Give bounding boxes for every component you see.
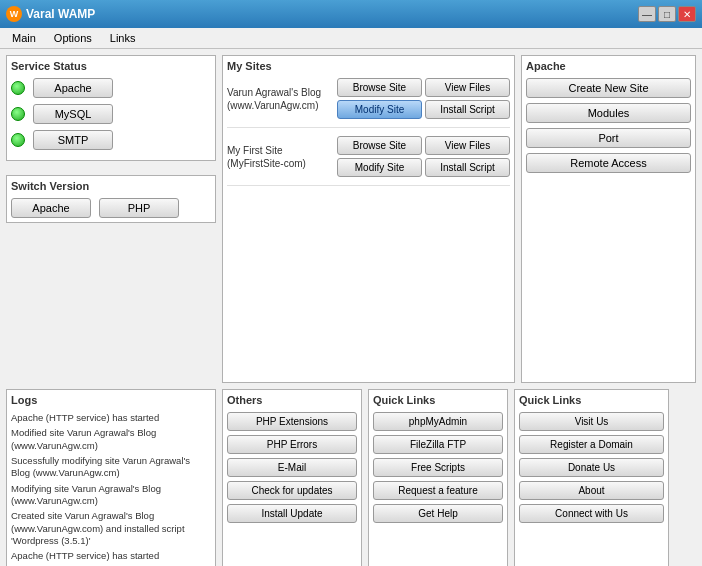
others-title: Others bbox=[227, 394, 357, 406]
mysql-status-dot bbox=[11, 107, 25, 121]
register-domain-button[interactable]: Register a Domain bbox=[519, 435, 664, 454]
service-row-smtp: SMTP bbox=[11, 130, 211, 150]
bottom-section: Logs Apache (HTTP service) has startedMo… bbox=[0, 389, 702, 566]
logs-title: Logs bbox=[11, 394, 211, 406]
others-panel: Others PHP Extensions PHP Errors E-Mail … bbox=[222, 389, 362, 566]
close-button[interactable]: ✕ bbox=[678, 6, 696, 22]
connect-with-us-button[interactable]: Connect with Us bbox=[519, 504, 664, 523]
quick-links-2-title: Quick Links bbox=[519, 394, 664, 406]
switch-row: Apache PHP bbox=[11, 198, 211, 218]
apache-status-dot bbox=[11, 81, 25, 95]
mysql-button[interactable]: MySQL bbox=[33, 104, 113, 124]
service-status-title: Service Status bbox=[11, 60, 211, 72]
title-bar: W Varal WAMP — □ ✕ bbox=[0, 0, 702, 28]
smtp-status-dot bbox=[11, 133, 25, 147]
my-sites-panel: My Sites Varun Agrawal's Blog (www.Varun… bbox=[222, 55, 515, 383]
apache-panel: Apache Create New Site Modules Port Remo… bbox=[521, 55, 696, 383]
email-button[interactable]: E-Mail bbox=[227, 458, 357, 477]
site-name-2: My First Site (MyFirstSite-com) bbox=[227, 144, 337, 170]
menu-main[interactable]: Main bbox=[4, 30, 44, 46]
phpmyadmin-button[interactable]: phpMyAdmin bbox=[373, 412, 503, 431]
quick-links-2-panel: Quick Links Visit Us Register a Domain D… bbox=[514, 389, 669, 566]
site-name-1: Varun Agrawal's Blog (www.VarunAgw.cm) bbox=[227, 86, 337, 112]
site-buttons-2: Browse Site View Files Modify Site Insta… bbox=[337, 136, 510, 177]
maximize-button[interactable]: □ bbox=[658, 6, 676, 22]
site1-browse-btn[interactable]: Browse Site bbox=[337, 78, 422, 97]
quick-links-1-title: Quick Links bbox=[373, 394, 503, 406]
switch-version-title: Switch Version bbox=[11, 180, 211, 192]
site1-modify-btn[interactable]: Modify Site bbox=[337, 100, 422, 119]
about-button[interactable]: About bbox=[519, 481, 664, 500]
site2-browse-btn[interactable]: Browse Site bbox=[337, 136, 422, 155]
service-status-panel: Service Status Apache MySQL SMTP bbox=[6, 55, 216, 161]
port-button[interactable]: Port bbox=[526, 128, 691, 148]
my-sites-title: My Sites bbox=[227, 60, 510, 72]
remote-access-button[interactable]: Remote Access bbox=[526, 153, 691, 173]
php-extensions-button[interactable]: PHP Extensions bbox=[227, 412, 357, 431]
app-title: Varal WAMP bbox=[26, 7, 95, 21]
site2-modify-btn[interactable]: Modify Site bbox=[337, 158, 422, 177]
visit-us-button[interactable]: Visit Us bbox=[519, 412, 664, 431]
apache-title: Apache bbox=[526, 60, 691, 72]
site2-install-btn[interactable]: Install Script bbox=[425, 158, 510, 177]
service-row-mysql: MySQL bbox=[11, 104, 211, 124]
menu-options[interactable]: Options bbox=[46, 30, 100, 46]
smtp-button[interactable]: SMTP bbox=[33, 130, 113, 150]
free-scripts-button[interactable]: Free Scripts bbox=[373, 458, 503, 477]
apache-button[interactable]: Apache bbox=[33, 78, 113, 98]
sites-scroll[interactable]: Varun Agrawal's Blog (www.VarunAgw.cm) B… bbox=[227, 78, 510, 338]
main-content: Service Status Apache MySQL SMTP Switch … bbox=[0, 49, 702, 389]
modules-button[interactable]: Modules bbox=[526, 103, 691, 123]
site1-install-btn[interactable]: Install Script bbox=[425, 100, 510, 119]
site-block-1: Varun Agrawal's Blog (www.VarunAgw.cm) B… bbox=[227, 78, 510, 128]
logs-content[interactable]: Apache (HTTP service) has startedModifie… bbox=[11, 412, 211, 566]
site2-viewfiles-btn[interactable]: View Files bbox=[425, 136, 510, 155]
switch-apache-button[interactable]: Apache bbox=[11, 198, 91, 218]
check-updates-button[interactable]: Check for updates bbox=[227, 481, 357, 500]
switch-version-panel: Switch Version Apache PHP bbox=[6, 175, 216, 223]
get-help-button[interactable]: Get Help bbox=[373, 504, 503, 523]
window-controls: — □ ✕ bbox=[638, 6, 696, 22]
install-update-button[interactable]: Install Update bbox=[227, 504, 357, 523]
app-icon: W bbox=[6, 6, 22, 22]
service-row-apache: Apache bbox=[11, 78, 211, 98]
filezilla-ftp-button[interactable]: FileZilla FTP bbox=[373, 435, 503, 454]
site-buttons-1: Browse Site View Files Modify Site Insta… bbox=[337, 78, 510, 119]
menu-links[interactable]: Links bbox=[102, 30, 144, 46]
site1-viewfiles-btn[interactable]: View Files bbox=[425, 78, 510, 97]
php-errors-button[interactable]: PHP Errors bbox=[227, 435, 357, 454]
logs-panel: Logs Apache (HTTP service) has startedMo… bbox=[6, 389, 216, 566]
menu-bar: Main Options Links bbox=[0, 28, 702, 49]
switch-php-button[interactable]: PHP bbox=[99, 198, 179, 218]
minimize-button[interactable]: — bbox=[638, 6, 656, 22]
site-block-2: My First Site (MyFirstSite-com) Browse S… bbox=[227, 136, 510, 186]
create-new-site-button[interactable]: Create New Site bbox=[526, 78, 691, 98]
request-feature-button[interactable]: Request a feature bbox=[373, 481, 503, 500]
donate-button[interactable]: Donate Us bbox=[519, 458, 664, 477]
quick-links-1-panel: Quick Links phpMyAdmin FileZilla FTP Fre… bbox=[368, 389, 508, 566]
